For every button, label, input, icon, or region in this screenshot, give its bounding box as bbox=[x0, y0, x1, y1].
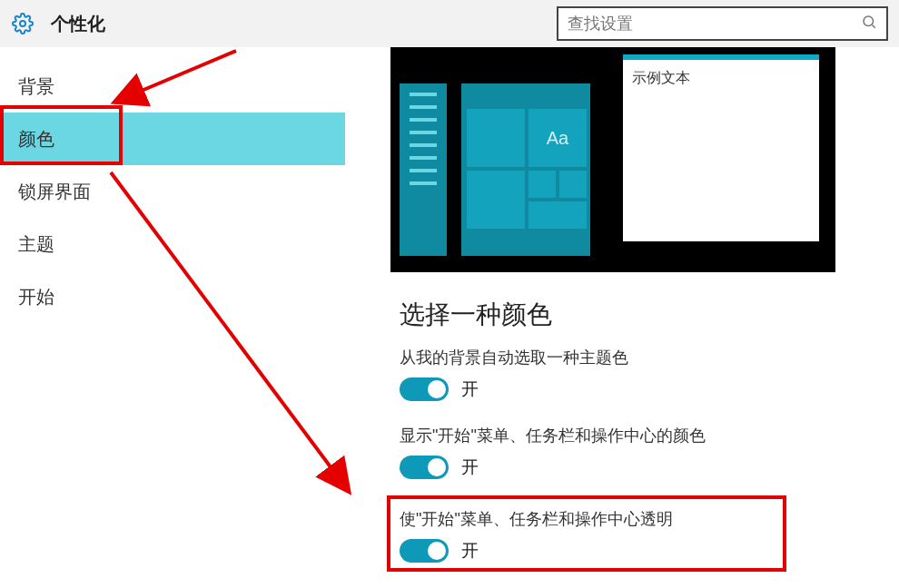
sidebar-item-themes[interactable]: 主题 bbox=[0, 218, 345, 270]
toggle-state: 开 bbox=[461, 456, 479, 479]
option-show-color: 显示"开始"菜单、任务栏和操作中心的颜色 开 bbox=[400, 425, 706, 479]
preview-tile bbox=[529, 201, 587, 229]
toggle-show-color[interactable] bbox=[400, 456, 449, 479]
sidebar-item-label: 锁屏界面 bbox=[18, 180, 91, 204]
sidebar-item-lockscreen[interactable]: 锁屏界面 bbox=[0, 165, 345, 218]
preview-sample-text: 示例文本 bbox=[632, 70, 690, 85]
svg-point-0 bbox=[20, 21, 25, 26]
preview-tile-aa: Aa bbox=[529, 109, 587, 167]
search-input[interactable] bbox=[568, 15, 861, 34]
search-icon bbox=[861, 14, 877, 34]
page-title: 个性化 bbox=[51, 12, 105, 36]
option-label: 从我的背景自动选取一种主题色 bbox=[400, 347, 628, 368]
search-box[interactable] bbox=[557, 6, 888, 41]
toggle-auto-color[interactable] bbox=[400, 377, 449, 401]
preview-sidebar bbox=[400, 83, 447, 256]
option-auto-color: 从我的背景自动选取一种主题色 开 bbox=[400, 347, 628, 401]
toggle-state: 开 bbox=[461, 377, 479, 401]
sidebar-item-label: 背景 bbox=[18, 74, 54, 99]
header-bar: 个性化 bbox=[0, 0, 899, 47]
sidebar-item-label: 开始 bbox=[18, 285, 54, 309]
preview-tile bbox=[467, 171, 525, 229]
preview-tile bbox=[529, 171, 556, 198]
preview-tiles: Aa bbox=[461, 83, 590, 256]
svg-line-2 bbox=[872, 24, 874, 27]
preview-tile bbox=[467, 109, 525, 167]
option-label: 显示"开始"菜单、任务栏和操作中心的颜色 bbox=[400, 425, 706, 446]
annotation-highlight-option bbox=[387, 495, 786, 572]
gear-icon bbox=[11, 12, 35, 35]
section-heading: 选择一种颜色 bbox=[400, 298, 552, 332]
preview-window: 示例文本 bbox=[623, 54, 819, 241]
annotation-highlight-sidebar bbox=[0, 105, 123, 165]
svg-point-1 bbox=[864, 16, 874, 26]
sidebar-item-label: 主题 bbox=[18, 232, 54, 257]
preview-tile bbox=[559, 171, 587, 198]
choose-color-heading: 选择一种颜色 bbox=[400, 298, 552, 332]
sidebar-item-start[interactable]: 开始 bbox=[0, 270, 345, 323]
color-preview: Aa 示例文本 bbox=[390, 47, 835, 272]
